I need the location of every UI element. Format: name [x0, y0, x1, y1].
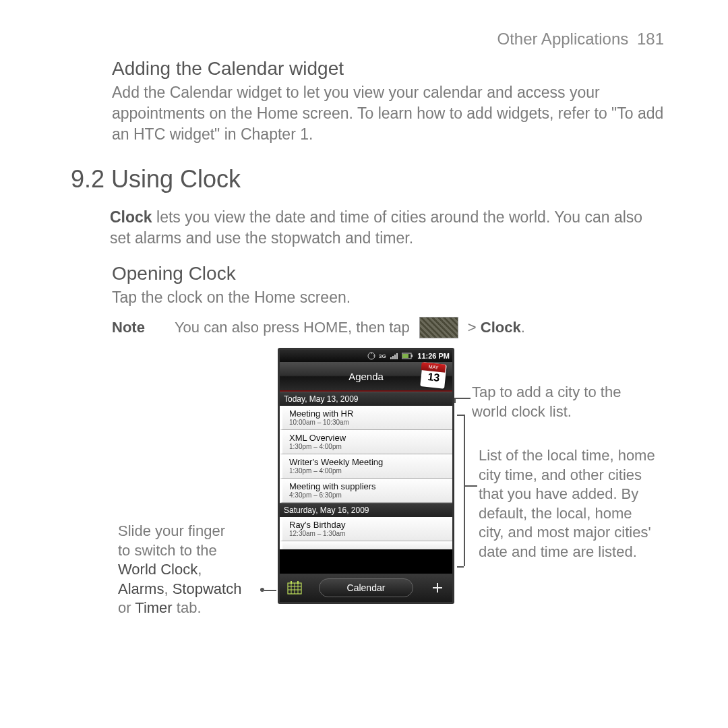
- widget-body-text: Add the Calendar widget to let you view …: [112, 82, 664, 145]
- leader-line: [464, 485, 477, 487]
- svg-rect-8: [402, 354, 408, 358]
- clock-word: Clock: [110, 208, 152, 226]
- section-name: Other Applications: [497, 30, 629, 48]
- event-item[interactable]: Meeting with HR 10:00am – 10:30am: [280, 406, 452, 430]
- leader-line: [464, 415, 465, 566]
- status-time: 11:26 PM: [417, 352, 450, 360]
- leader-line: [454, 398, 456, 403]
- svg-rect-3: [392, 356, 394, 359]
- opening-clock-section: Opening Clock Tap the clock on the Home …: [112, 263, 664, 308]
- note-row: Note You can also press HOME, then tap >…: [112, 317, 664, 338]
- svg-rect-5: [396, 353, 398, 359]
- callout-add-city: Tap to add a city to the world clock lis…: [472, 383, 647, 421]
- page-number: 181: [637, 30, 664, 48]
- svg-rect-4: [394, 355, 396, 359]
- svg-rect-16: [297, 581, 299, 584]
- using-clock-intro: Clock lets you view the date and time of…: [110, 207, 664, 249]
- leader-line: [454, 398, 471, 399]
- section-heading-widget: Adding the Calendar widget: [112, 58, 664, 80]
- agenda-label: Agenda: [348, 371, 384, 382]
- adding-calendar-widget-section: Adding the Calendar widget Add the Calen…: [112, 58, 664, 145]
- event-item[interactable]: Writer's Weekly Meeting 1:30pm – 4:00pm: [280, 454, 452, 479]
- note-label: Note: [112, 319, 145, 336]
- day-header-saturday: Saturday, May 16, 2009: [280, 503, 452, 517]
- battery-icon: [402, 353, 414, 359]
- title-bar: Agenda MAY 13: [280, 362, 452, 392]
- clock-intro-rest: lets you view the date and time of citie…: [110, 208, 642, 247]
- leader-dot: [260, 588, 264, 592]
- event-item[interactable]: XML Overview 1:30pm – 4:00pm: [280, 430, 452, 454]
- svg-text:3G: 3G: [379, 353, 386, 359]
- using-clock-section: 9.2 Using Clock Clock lets you view the …: [71, 165, 664, 249]
- leader-line: [457, 566, 464, 568]
- sync-icon: [367, 352, 375, 360]
- section-heading-using-clock: 9.2 Using Clock: [71, 165, 664, 193]
- phone-screenshot: 3G 11:26 PM Agenda MAY 13 Today, May 13,…: [278, 348, 454, 604]
- event-item[interactable]: Meeting with suppliers 4:30pm – 6:30pm: [280, 479, 452, 503]
- leader-line: [264, 590, 276, 591]
- callout-city-list: List of the local time, home city time, …: [479, 446, 661, 562]
- status-bar: 3G 11:26 PM: [280, 350, 452, 362]
- svg-rect-15: [291, 581, 292, 584]
- calendar-page-icon[interactable]: MAY 13: [421, 363, 446, 388]
- month-view-icon[interactable]: [280, 574, 309, 602]
- svg-rect-7: [411, 355, 413, 357]
- view-toggle-button[interactable]: Calendar: [319, 578, 413, 597]
- section-heading-opening-clock: Opening Clock: [112, 263, 664, 284]
- svg-rect-2: [390, 357, 392, 359]
- page-header: Other Applications 181: [497, 30, 665, 49]
- event-item[interactable]: Ray's Birthday 12:30am – 1:30am: [280, 517, 452, 541]
- bottom-bar[interactable]: Calendar: [280, 574, 452, 602]
- network-3g-icon: 3G: [379, 353, 387, 359]
- leader-line: [457, 415, 464, 416]
- day-header-today: Today, May 13, 2009: [280, 392, 452, 406]
- callout-slide-tabs: Slide your finger to switch to the World…: [118, 522, 273, 618]
- calendar-icon-day: 13: [421, 370, 446, 389]
- signal-icon: [390, 353, 398, 359]
- add-event-icon[interactable]: [423, 574, 452, 602]
- opening-clock-body: Tap the clock on the Home screen.: [112, 287, 664, 308]
- note-text-pre: You can also press HOME, then tap: [175, 319, 410, 336]
- note-text-post: > Clock.: [468, 319, 525, 336]
- all-programs-icon: [419, 317, 458, 338]
- empty-row: [280, 541, 452, 549]
